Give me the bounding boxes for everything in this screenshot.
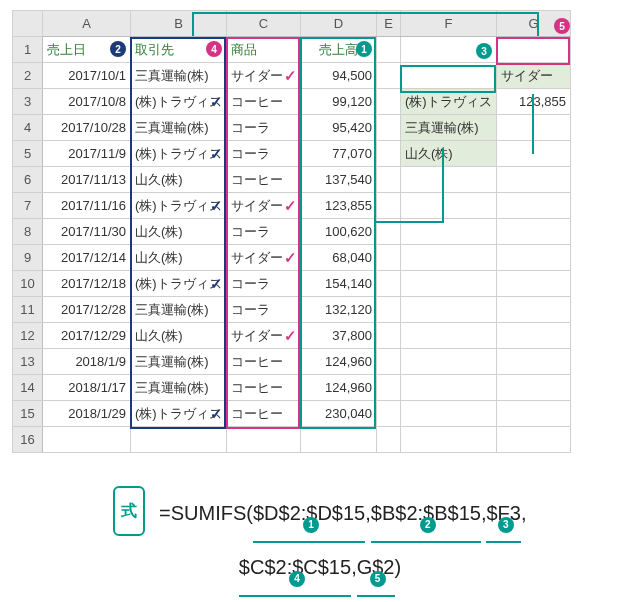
cell-D5[interactable]: 77,070 <box>301 141 377 167</box>
cell-D16[interactable] <box>301 427 377 453</box>
cell-C12[interactable]: サイダー✓ <box>227 323 301 349</box>
cell-A11[interactable]: 2017/12/28 <box>43 297 131 323</box>
cell-A3[interactable]: 2017/10/8 <box>43 89 131 115</box>
cell-E3[interactable] <box>377 89 401 115</box>
cell-D11[interactable]: 132,120 <box>301 297 377 323</box>
col-B[interactable]: B <box>131 11 227 37</box>
cell-E7[interactable] <box>377 193 401 219</box>
select-all[interactable] <box>13 11 43 37</box>
row-5[interactable]: 5 <box>13 141 43 167</box>
cell-E13[interactable] <box>377 349 401 375</box>
cell-A4[interactable]: 2017/10/28 <box>43 115 131 141</box>
col-A[interactable]: A <box>43 11 131 37</box>
cell-E9[interactable] <box>377 245 401 271</box>
cell-C14[interactable]: コーヒー <box>227 375 301 401</box>
cell-C6[interactable]: コーヒー <box>227 167 301 193</box>
cell-G1[interactable] <box>497 37 571 63</box>
row-12[interactable]: 12 <box>13 323 43 349</box>
cell-D3[interactable]: 99,120 <box>301 89 377 115</box>
row-9[interactable]: 9 <box>13 245 43 271</box>
cell-G9[interactable] <box>497 245 571 271</box>
cell-D7[interactable]: 123,855 <box>301 193 377 219</box>
cell-E1[interactable] <box>377 37 401 63</box>
cell-D1[interactable]: 売上高 1 <box>301 37 377 63</box>
cell-D14[interactable]: 124,960 <box>301 375 377 401</box>
cell-E12[interactable] <box>377 323 401 349</box>
cell-D10[interactable]: 154,140 <box>301 271 377 297</box>
cell-B14[interactable]: 三真運輸(株) <box>131 375 227 401</box>
cell-B13[interactable]: 三真運輸(株) <box>131 349 227 375</box>
cell-D6[interactable]: 137,540 <box>301 167 377 193</box>
row-3[interactable]: 3 <box>13 89 43 115</box>
cell-A6[interactable]: 2017/11/13 <box>43 167 131 193</box>
cell-E15[interactable] <box>377 401 401 427</box>
row-14[interactable]: 14 <box>13 375 43 401</box>
cell-B4[interactable]: 三真運輸(株) <box>131 115 227 141</box>
cell-C3[interactable]: コーヒー <box>227 89 301 115</box>
cell-D2[interactable]: 94,500 <box>301 63 377 89</box>
row-4[interactable]: 4 <box>13 115 43 141</box>
cell-D12[interactable]: 37,800 <box>301 323 377 349</box>
cell-D15[interactable]: 230,040 <box>301 401 377 427</box>
cell-G14[interactable] <box>497 375 571 401</box>
cell-C1[interactable]: 商品 <box>227 37 301 63</box>
cell-E11[interactable] <box>377 297 401 323</box>
cell-F2[interactable] <box>401 63 497 89</box>
cell-G15[interactable] <box>497 401 571 427</box>
cell-G13[interactable] <box>497 349 571 375</box>
cell-B9[interactable]: 山久(株) <box>131 245 227 271</box>
cell-D8[interactable]: 100,620 <box>301 219 377 245</box>
cell-B10[interactable]: (株)トラヴィス✓ <box>131 271 227 297</box>
cell-C4[interactable]: コーラ <box>227 115 301 141</box>
cell-A1[interactable]: 売上日 2 <box>43 37 131 63</box>
cell-C15[interactable]: コーヒー <box>227 401 301 427</box>
cell-B12[interactable]: 山久(株) <box>131 323 227 349</box>
cell-D13[interactable]: 124,960 <box>301 349 377 375</box>
cell-E6[interactable] <box>377 167 401 193</box>
cell-A7[interactable]: 2017/11/16 <box>43 193 131 219</box>
cell-E5[interactable] <box>377 141 401 167</box>
cell-C11[interactable]: コーラ <box>227 297 301 323</box>
row-6[interactable]: 6 <box>13 167 43 193</box>
cell-F3[interactable]: (株)トラヴィス <box>401 89 497 115</box>
cell-A15[interactable]: 2018/1/29 <box>43 401 131 427</box>
row-15[interactable]: 15 <box>13 401 43 427</box>
cell-C2[interactable]: サイダー✓ <box>227 63 301 89</box>
cell-E16[interactable] <box>377 427 401 453</box>
row-13[interactable]: 13 <box>13 349 43 375</box>
cell-C10[interactable]: コーラ <box>227 271 301 297</box>
cell-E10[interactable] <box>377 271 401 297</box>
grid[interactable]: A B C D E F G 1 売上日 2 取引先 4 商品 売上高 1 220… <box>12 10 571 453</box>
cell-F6[interactable] <box>401 167 497 193</box>
cell-B1[interactable]: 取引先 4 <box>131 37 227 63</box>
cell-F4[interactable]: 三真運輸(株) <box>401 115 497 141</box>
cell-E14[interactable] <box>377 375 401 401</box>
cell-B6[interactable]: 山久(株) <box>131 167 227 193</box>
cell-A8[interactable]: 2017/11/30 <box>43 219 131 245</box>
cell-G16[interactable] <box>497 427 571 453</box>
cell-F15[interactable] <box>401 401 497 427</box>
cell-G12[interactable] <box>497 323 571 349</box>
cell-F10[interactable] <box>401 271 497 297</box>
col-D[interactable]: D <box>301 11 377 37</box>
row-10[interactable]: 10 <box>13 271 43 297</box>
cell-B3[interactable]: (株)トラヴィス✓ <box>131 89 227 115</box>
cell-G6[interactable] <box>497 167 571 193</box>
cell-G7[interactable] <box>497 193 571 219</box>
cell-B2[interactable]: 三真運輸(株) <box>131 63 227 89</box>
cell-F5[interactable]: 山久(株) <box>401 141 497 167</box>
cell-A2[interactable]: 2017/10/1 <box>43 63 131 89</box>
col-C[interactable]: C <box>227 11 301 37</box>
cell-B16[interactable] <box>131 427 227 453</box>
cell-C13[interactable]: コーヒー <box>227 349 301 375</box>
cell-F12[interactable] <box>401 323 497 349</box>
cell-A12[interactable]: 2017/12/29 <box>43 323 131 349</box>
cell-G2[interactable]: サイダー <box>497 63 571 89</box>
cell-A13[interactable]: 2018/1/9 <box>43 349 131 375</box>
cell-B11[interactable]: 三真運輸(株) <box>131 297 227 323</box>
cell-G11[interactable] <box>497 297 571 323</box>
cell-F11[interactable] <box>401 297 497 323</box>
cell-A16[interactable] <box>43 427 131 453</box>
cell-A14[interactable]: 2018/1/17 <box>43 375 131 401</box>
row-16[interactable]: 16 <box>13 427 43 453</box>
